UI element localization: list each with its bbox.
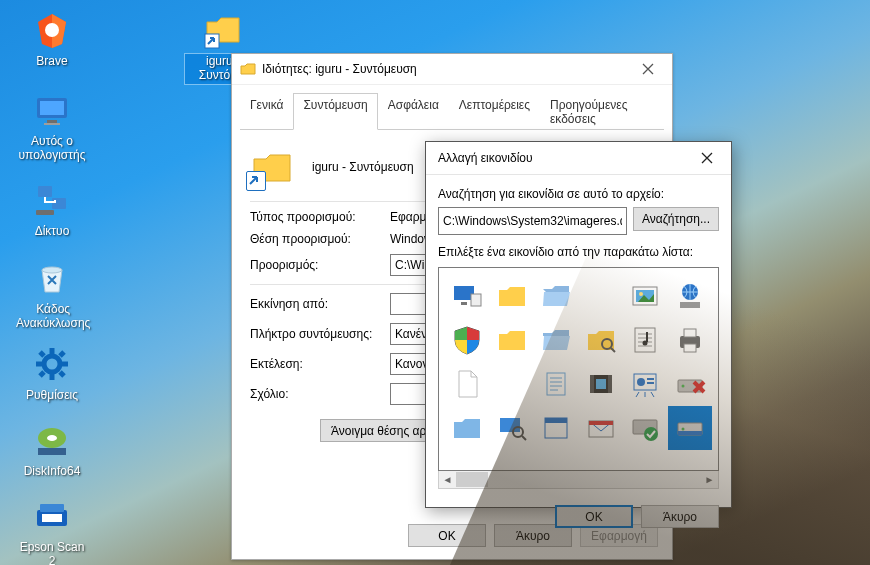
icon-network-drive[interactable]: [668, 274, 713, 318]
svg-rect-44: [596, 379, 606, 389]
svg-rect-28: [633, 287, 657, 305]
icon-file-path-input[interactable]: [438, 207, 627, 235]
properties-titlebar[interactable]: Ιδιότητες: iguru - Συντόμευση: [232, 54, 672, 85]
desktop-icon-thispc[interactable]: Αυτός ο υπολογιστής: [14, 90, 90, 164]
svg-line-53: [522, 436, 526, 440]
svg-rect-5: [38, 186, 52, 197]
icon-blank[interactable]: [579, 274, 624, 318]
target-type-label: Τύπος προορισμού:: [250, 210, 390, 224]
icon-window[interactable]: [534, 406, 579, 450]
svg-rect-3: [47, 120, 57, 123]
desktop-icon-settings[interactable]: Ρυθμίσεις: [14, 344, 90, 404]
svg-point-52: [513, 427, 523, 437]
svg-rect-51: [500, 418, 520, 432]
comment-label: Σχόλιο:: [250, 387, 390, 401]
close-button[interactable]: [628, 55, 668, 83]
svg-rect-55: [545, 418, 567, 423]
icon-page[interactable]: [445, 362, 490, 406]
folder-shortcut-icon: [240, 61, 256, 77]
svg-rect-7: [36, 210, 54, 215]
scrollbar-track[interactable]: [456, 472, 701, 487]
scroll-left-icon[interactable]: ◄: [439, 474, 456, 485]
tab-shortcut[interactable]: Συντόμευση: [293, 93, 377, 130]
browse-button[interactable]: Αναζήτηση...: [633, 207, 719, 231]
brave-icon: [32, 10, 72, 50]
svg-point-36: [643, 341, 648, 346]
svg-rect-6: [52, 198, 66, 209]
change-icon-title: Αλλαγή εικονιδίου: [438, 151, 687, 165]
apply-button[interactable]: Εφαρμογή: [580, 524, 658, 547]
svg-rect-47: [647, 378, 654, 380]
svg-rect-20: [38, 448, 66, 455]
tab-general[interactable]: Γενικά: [240, 93, 293, 130]
svg-rect-37: [680, 336, 700, 348]
icon-list-hscrollbar[interactable]: ◄ ►: [438, 471, 719, 489]
gear-icon: [32, 344, 72, 384]
icon-folder[interactable]: [490, 274, 535, 318]
svg-rect-54: [545, 418, 567, 438]
desktop-icon-label: Brave: [34, 54, 69, 70]
icon-drive-x[interactable]: [668, 362, 713, 406]
svg-rect-41: [590, 375, 612, 393]
icon-desktop-pc[interactable]: [445, 274, 490, 318]
icon-music-sheet[interactable]: [623, 318, 668, 362]
icon-mail[interactable]: [579, 406, 624, 450]
change-icon-titlebar[interactable]: Αλλαγή εικονιδίου: [426, 142, 731, 175]
icon-notes[interactable]: [534, 362, 579, 406]
desktop: Brave Αυτός ο υπολογιστής Δίκτυο Κάδος Α…: [0, 0, 870, 565]
svg-rect-38: [684, 329, 696, 337]
desktop-icon-diskinfo[interactable]: DiskInfo64: [14, 420, 90, 480]
icon-check-drive[interactable]: [623, 406, 668, 450]
svg-rect-56: [589, 421, 613, 437]
icon-printer[interactable]: [668, 318, 713, 362]
svg-rect-2: [40, 101, 64, 115]
svg-rect-29: [636, 290, 654, 302]
scroll-right-icon[interactable]: ►: [701, 474, 718, 485]
tab-security[interactable]: Ασφάλεια: [378, 93, 449, 130]
scanner-icon: [32, 496, 72, 536]
icon-search-folder[interactable]: [579, 318, 624, 362]
svg-rect-40: [547, 373, 565, 395]
target-label: Προορισμός:: [250, 258, 390, 272]
run-label: Εκτέλεση:: [250, 357, 390, 371]
desktop-icon-brave[interactable]: Brave: [14, 10, 90, 70]
shortcut-big-icon: [250, 145, 294, 189]
svg-point-30: [639, 292, 643, 296]
svg-line-34: [611, 348, 615, 352]
icon-pc-search[interactable]: [490, 406, 535, 450]
icon-blank2[interactable]: [490, 362, 535, 406]
tab-previous-versions[interactable]: Προηγούμενες εκδόσεις: [540, 93, 664, 130]
desktop-icon-recyclebin[interactable]: Κάδος Ανακύκλωσης: [14, 258, 90, 332]
svg-rect-35: [635, 328, 655, 352]
svg-rect-58: [633, 420, 657, 434]
change-icon-dialog: Αλλαγή εικονιδίου Αναζήτηση για εικονίδι…: [425, 141, 732, 508]
scrollbar-thumb[interactable]: [456, 472, 488, 487]
target-location-label: Θέση προορισμού:: [250, 232, 390, 246]
svg-point-62: [681, 428, 684, 431]
cancel-button[interactable]: Άκυρο: [494, 524, 572, 547]
icon-folder-blue[interactable]: [445, 406, 490, 450]
svg-point-59: [644, 427, 658, 441]
icon-hdd-selected[interactable]: [668, 406, 713, 450]
icon-folder-open[interactable]: [534, 274, 579, 318]
desktop-icon-network[interactable]: Δίκτυο: [14, 180, 90, 240]
icon-folder-open2[interactable]: [534, 318, 579, 362]
icon-picture[interactable]: [623, 274, 668, 318]
close-button[interactable]: [687, 144, 727, 172]
shortcut-name: iguru - Συντόμευση: [312, 160, 414, 174]
icon-folder2[interactable]: [490, 318, 535, 362]
icon-presentation[interactable]: [623, 362, 668, 406]
shortcut-arrow-icon: [247, 172, 263, 188]
desktop-icon-epsonscan[interactable]: Epson Scan 2: [14, 496, 90, 565]
desktop-icon-label: Δίκτυο: [33, 224, 72, 240]
tab-details[interactable]: Λεπτομέρειες: [449, 93, 540, 130]
svg-rect-42: [590, 375, 594, 393]
desktop-icon-label: Αυτός ο υπολογιστής: [14, 134, 90, 164]
cancel-button[interactable]: Άκυρο: [641, 505, 719, 528]
ok-button[interactable]: OK: [555, 505, 633, 528]
svg-point-50: [681, 385, 684, 388]
icon-shield[interactable]: [445, 318, 490, 362]
startin-label: Εκκίνηση από:: [250, 297, 390, 311]
icon-video[interactable]: [579, 362, 624, 406]
icon-list[interactable]: [438, 267, 719, 471]
